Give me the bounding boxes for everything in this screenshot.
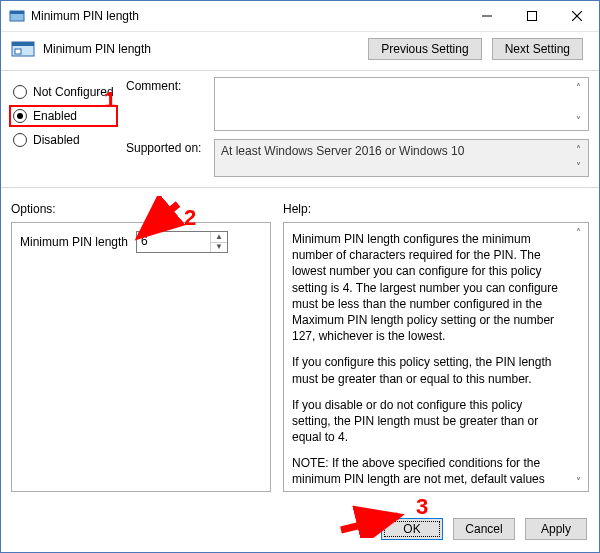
- separator: [1, 187, 599, 188]
- policy-icon-small: [9, 8, 25, 24]
- comment-label: Comment:: [126, 77, 206, 131]
- radio-icon: [13, 109, 27, 123]
- svg-rect-7: [12, 42, 34, 46]
- scroll-up-icon[interactable]: ˄: [570, 224, 587, 241]
- policy-title: Minimum PIN length: [43, 42, 360, 56]
- separator: [1, 70, 599, 71]
- options-column: Options: Minimum PIN length 6 ▲ ▼: [11, 202, 271, 492]
- annotation-number-3: 3: [416, 494, 428, 520]
- comment-row: Comment: ˄ ˅: [126, 77, 589, 131]
- min-pin-option: Minimum PIN length 6 ▲ ▼: [20, 231, 262, 253]
- scrollbar[interactable]: ˄ ˅: [570, 224, 587, 490]
- lower-area: Options: Minimum PIN length 6 ▲ ▼ Help:: [1, 194, 599, 492]
- radio-icon: [13, 85, 27, 99]
- scroll-down-icon[interactable]: ˅: [570, 473, 587, 490]
- policy-icon: [11, 38, 35, 60]
- spinner-up-icon[interactable]: ▲: [211, 232, 227, 243]
- help-column: Help: Minimum PIN length configures the …: [283, 202, 589, 492]
- radio-label: Disabled: [33, 133, 80, 147]
- window-title: Minimum PIN length: [31, 9, 464, 23]
- spinner-down-icon[interactable]: ▼: [211, 243, 227, 253]
- config-area: Not Configured Enabled Disabled Comment:…: [1, 77, 599, 177]
- titlebar: Minimum PIN length: [1, 1, 599, 32]
- help-box: Minimum PIN length configures the minimu…: [283, 222, 589, 492]
- supported-label: Supported on:: [126, 139, 206, 177]
- next-setting-button[interactable]: Next Setting: [492, 38, 583, 60]
- min-pin-spinner[interactable]: 6 ▲ ▼: [136, 231, 228, 253]
- min-pin-label: Minimum PIN length: [20, 235, 128, 249]
- help-paragraph: Minimum PIN length configures the minimu…: [292, 231, 564, 344]
- minimize-button[interactable]: [464, 1, 509, 31]
- nav-buttons: Previous Setting Next Setting: [368, 38, 583, 60]
- previous-setting-button[interactable]: Previous Setting: [368, 38, 481, 60]
- cancel-button[interactable]: Cancel: [453, 518, 515, 540]
- radio-enabled[interactable]: Enabled: [11, 107, 116, 125]
- scrollbar[interactable]: ˄ ˅: [570, 141, 587, 175]
- svg-rect-3: [527, 12, 536, 21]
- ok-button[interactable]: OK: [381, 518, 443, 540]
- radio-disabled[interactable]: Disabled: [11, 131, 116, 149]
- header: Minimum PIN length Previous Setting Next…: [1, 32, 599, 66]
- supported-row: Supported on: At least Windows Server 20…: [126, 139, 589, 177]
- state-radios: Not Configured Enabled Disabled: [11, 77, 116, 177]
- min-pin-value[interactable]: 6: [137, 232, 211, 252]
- radio-label: Not Configured: [33, 85, 114, 99]
- supported-box: At least Windows Server 2016 or Windows …: [214, 139, 589, 177]
- help-paragraph: NOTE: If the above specified conditions …: [292, 455, 564, 492]
- apply-button[interactable]: Apply: [525, 518, 587, 540]
- spinner-buttons: ▲ ▼: [211, 232, 227, 252]
- radio-not-configured[interactable]: Not Configured: [11, 83, 116, 101]
- scroll-up-icon[interactable]: ˄: [570, 79, 587, 96]
- config-right: Comment: ˄ ˅ Supported on: At least Wind…: [126, 77, 589, 177]
- comment-textarea[interactable]: ˄ ˅: [214, 77, 589, 131]
- policy-editor-window: Minimum PIN length Minimum PIN length Pr…: [0, 0, 600, 553]
- maximize-button[interactable]: [509, 1, 554, 31]
- help-label: Help:: [283, 202, 589, 216]
- radio-icon: [13, 133, 27, 147]
- scrollbar[interactable]: ˄ ˅: [570, 79, 587, 129]
- scroll-down-icon[interactable]: ˅: [570, 158, 587, 175]
- help-paragraph: If you configure this policy setting, th…: [292, 354, 564, 386]
- help-paragraph: If you disable or do not configure this …: [292, 397, 564, 446]
- options-box: Minimum PIN length 6 ▲ ▼: [11, 222, 271, 492]
- window-controls: [464, 1, 599, 31]
- scroll-down-icon[interactable]: ˅: [570, 112, 587, 129]
- supported-value: At least Windows Server 2016 or Windows …: [221, 144, 464, 158]
- dialog-buttons: OK Cancel Apply: [381, 518, 587, 540]
- svg-rect-8: [15, 49, 21, 54]
- close-button[interactable]: [554, 1, 599, 31]
- radio-label: Enabled: [33, 109, 77, 123]
- options-label: Options:: [11, 202, 271, 216]
- svg-rect-1: [10, 11, 24, 14]
- scroll-up-icon[interactable]: ˄: [570, 141, 587, 158]
